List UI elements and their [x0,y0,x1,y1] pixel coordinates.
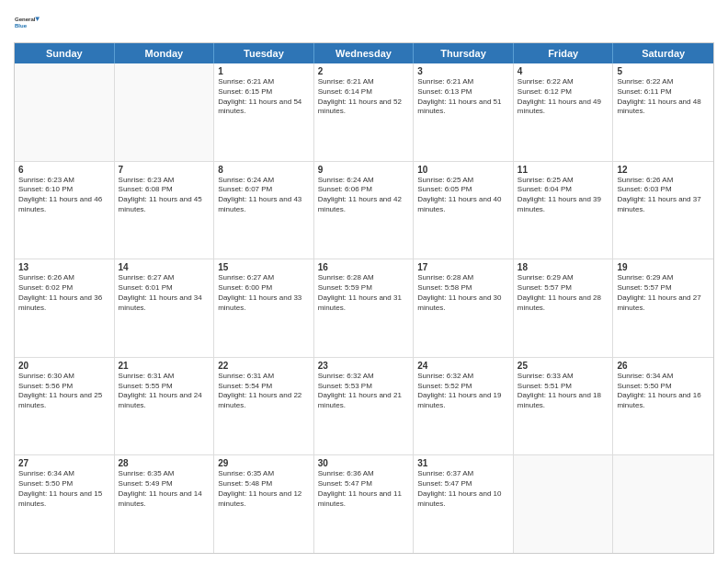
cal-cell-1-1: 7Sunrise: 6:23 AMSunset: 6:08 PMDaylight… [115,162,215,259]
day-number: 14 [119,262,210,272]
day-info: Sunrise: 6:34 AMSunset: 5:50 PMDaylight:… [617,372,710,411]
day-info: Sunrise: 6:35 AMSunset: 5:48 PMDaylight:… [218,469,310,509]
day-info: Sunrise: 6:28 AMSunset: 5:59 PMDaylight:… [318,273,410,313]
day-number: 5 [617,66,710,76]
header-monday: Monday [115,43,215,63]
header: GeneralBlue [14,9,714,35]
day-number: 29 [218,458,310,468]
cal-cell-0-6: 5Sunrise: 6:22 AMSunset: 6:11 PMDaylight… [613,63,713,161]
day-info: Sunrise: 6:21 AMSunset: 6:13 PMDaylight:… [417,77,509,117]
cal-cell-3-1: 21Sunrise: 6:31 AMSunset: 5:55 PMDayligh… [115,358,215,455]
header-sunday: Sunday [15,43,115,63]
cal-cell-4-5 [514,455,614,553]
day-number: 3 [417,66,509,76]
page: GeneralBlue Sunday Monday Tuesday Wednes… [0,0,728,563]
cal-cell-0-3: 2Sunrise: 6:21 AMSunset: 6:14 PMDaylight… [314,63,415,161]
svg-text:General: General [15,17,36,22]
day-number: 19 [617,262,710,272]
day-info: Sunrise: 6:33 AMSunset: 5:51 PMDaylight:… [518,372,609,411]
day-number: 20 [18,361,110,371]
header-saturday: Saturday [613,43,713,63]
header-thursday: Thursday [414,43,514,63]
day-number: 26 [617,361,710,371]
cal-cell-2-4: 17Sunrise: 6:28 AMSunset: 5:58 PMDayligh… [414,259,514,357]
day-info: Sunrise: 6:34 AMSunset: 5:50 PMDaylight:… [18,469,110,509]
header-wednesday: Wednesday [314,43,415,63]
svg-text:Blue: Blue [15,23,28,29]
day-info: Sunrise: 6:28 AMSunset: 5:58 PMDaylight:… [417,273,509,313]
day-info: Sunrise: 6:27 AMSunset: 6:00 PMDaylight:… [218,273,310,313]
day-info: Sunrise: 6:23 AMSunset: 6:08 PMDaylight:… [119,176,210,215]
cal-cell-1-0: 6Sunrise: 6:23 AMSunset: 6:10 PMDaylight… [15,162,115,259]
cal-cell-4-6 [613,455,713,553]
calendar-body: 1Sunrise: 6:21 AMSunset: 6:15 PMDaylight… [15,63,713,553]
cal-cell-1-3: 9Sunrise: 6:24 AMSunset: 6:06 PMDaylight… [314,162,415,259]
cal-cell-4-0: 27Sunrise: 6:34 AMSunset: 5:50 PMDayligh… [15,455,115,553]
day-number: 17 [417,262,509,272]
cal-cell-4-3: 30Sunrise: 6:36 AMSunset: 5:47 PMDayligh… [314,455,415,553]
cal-cell-2-0: 13Sunrise: 6:26 AMSunset: 6:02 PMDayligh… [15,259,115,357]
cal-cell-1-2: 8Sunrise: 6:24 AMSunset: 6:07 PMDaylight… [214,162,314,259]
cal-cell-2-2: 15Sunrise: 6:27 AMSunset: 6:00 PMDayligh… [214,259,314,357]
day-number: 27 [18,458,110,468]
day-info: Sunrise: 6:36 AMSunset: 5:47 PMDaylight:… [318,469,410,509]
cal-cell-4-2: 29Sunrise: 6:35 AMSunset: 5:48 PMDayligh… [214,455,314,553]
day-info: Sunrise: 6:21 AMSunset: 6:14 PMDaylight:… [318,77,410,117]
day-info: Sunrise: 6:25 AMSunset: 6:04 PMDaylight:… [518,176,609,215]
day-number: 9 [318,165,410,175]
day-number: 24 [417,361,509,371]
cal-row-1: 1Sunrise: 6:21 AMSunset: 6:15 PMDaylight… [15,63,713,162]
day-info: Sunrise: 6:31 AMSunset: 5:55 PMDaylight:… [119,372,210,411]
day-info: Sunrise: 6:25 AMSunset: 6:05 PMDaylight:… [417,176,509,215]
cal-cell-2-3: 16Sunrise: 6:28 AMSunset: 5:59 PMDayligh… [314,259,415,357]
day-number: 30 [318,458,410,468]
day-number: 12 [617,165,710,175]
day-number: 23 [318,361,410,371]
calendar-header: Sunday Monday Tuesday Wednesday Thursday… [15,43,713,63]
calendar: Sunday Monday Tuesday Wednesday Thursday… [14,42,714,554]
cal-row-4: 20Sunrise: 6:30 AMSunset: 5:56 PMDayligh… [15,358,713,456]
day-number: 28 [119,458,210,468]
day-number: 25 [518,361,609,371]
cal-cell-2-1: 14Sunrise: 6:27 AMSunset: 6:01 PMDayligh… [115,259,215,357]
cal-cell-1-6: 12Sunrise: 6:26 AMSunset: 6:03 PMDayligh… [613,162,713,259]
day-number: 7 [119,165,210,175]
cal-cell-3-5: 25Sunrise: 6:33 AMSunset: 5:51 PMDayligh… [514,358,614,455]
day-info: Sunrise: 6:24 AMSunset: 6:07 PMDaylight:… [218,176,310,215]
day-number: 8 [218,165,310,175]
cal-cell-4-4: 31Sunrise: 6:37 AMSunset: 5:47 PMDayligh… [414,455,514,553]
svg-marker-2 [35,17,40,21]
cal-row-3: 13Sunrise: 6:26 AMSunset: 6:02 PMDayligh… [15,259,713,358]
day-number: 4 [518,66,609,76]
cal-cell-3-6: 26Sunrise: 6:34 AMSunset: 5:50 PMDayligh… [613,358,713,455]
day-info: Sunrise: 6:29 AMSunset: 5:57 PMDaylight:… [518,273,609,313]
cal-cell-3-2: 22Sunrise: 6:31 AMSunset: 5:54 PMDayligh… [214,358,314,455]
day-info: Sunrise: 6:22 AMSunset: 6:11 PMDaylight:… [617,77,710,117]
cal-cell-1-4: 10Sunrise: 6:25 AMSunset: 6:05 PMDayligh… [414,162,514,259]
day-number: 16 [318,262,410,272]
cal-cell-0-5: 4Sunrise: 6:22 AMSunset: 6:12 PMDaylight… [514,63,614,161]
day-info: Sunrise: 6:37 AMSunset: 5:47 PMDaylight:… [417,469,509,509]
cal-cell-2-6: 19Sunrise: 6:29 AMSunset: 5:57 PMDayligh… [613,259,713,357]
cal-cell-3-0: 20Sunrise: 6:30 AMSunset: 5:56 PMDayligh… [15,358,115,455]
day-number: 21 [119,361,210,371]
header-tuesday: Tuesday [214,43,314,63]
day-number: 11 [518,165,609,175]
day-info: Sunrise: 6:35 AMSunset: 5:49 PMDaylight:… [119,469,210,509]
cal-cell-3-4: 24Sunrise: 6:32 AMSunset: 5:52 PMDayligh… [414,358,514,455]
cal-cell-0-4: 3Sunrise: 6:21 AMSunset: 6:13 PMDaylight… [414,63,514,161]
day-number: 2 [318,66,410,76]
day-info: Sunrise: 6:27 AMSunset: 6:01 PMDaylight:… [119,273,210,313]
day-info: Sunrise: 6:32 AMSunset: 5:52 PMDaylight:… [417,372,509,411]
day-info: Sunrise: 6:26 AMSunset: 6:02 PMDaylight:… [18,273,110,313]
cal-cell-0-0 [15,63,115,161]
day-number: 1 [218,66,310,76]
cal-row-5: 27Sunrise: 6:34 AMSunset: 5:50 PMDayligh… [15,455,713,553]
day-number: 10 [417,165,509,175]
cal-cell-0-2: 1Sunrise: 6:21 AMSunset: 6:15 PMDaylight… [214,63,314,161]
cal-cell-3-3: 23Sunrise: 6:32 AMSunset: 5:53 PMDayligh… [314,358,415,455]
day-info: Sunrise: 6:24 AMSunset: 6:06 PMDaylight:… [318,176,410,215]
cal-cell-0-1 [115,63,215,161]
day-info: Sunrise: 6:21 AMSunset: 6:15 PMDaylight:… [218,77,310,117]
day-info: Sunrise: 6:26 AMSunset: 6:03 PMDaylight:… [617,176,710,215]
